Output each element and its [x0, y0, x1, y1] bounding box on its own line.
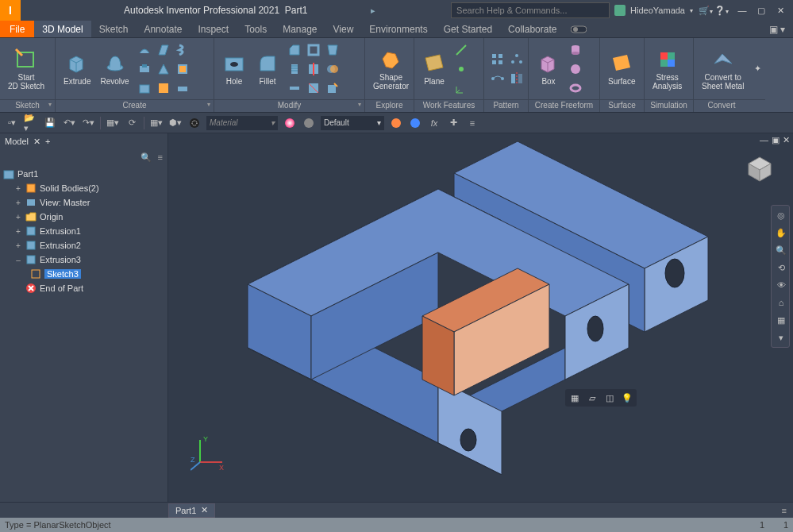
ucs-icon[interactable]	[452, 79, 470, 97]
sweep-icon[interactable]	[136, 41, 153, 59]
point-icon[interactable]	[452, 60, 470, 78]
svg-rect-54	[27, 227, 35, 235]
thread-icon[interactable]	[286, 60, 303, 78]
split-icon[interactable]	[305, 60, 322, 78]
sketch-driven-icon[interactable]	[489, 70, 506, 87]
svg-point-33	[501, 77, 504, 80]
tab-manage[interactable]: Manage	[275, 21, 325, 37]
selection-filter-icon[interactable]: ▦▾	[149, 116, 164, 130]
surface-button[interactable]: Surface	[605, 50, 638, 87]
combine-icon[interactable]	[324, 60, 341, 78]
browser-title: Model	[5, 137, 29, 146]
search-input[interactable]: Search Help & Commands...	[451, 2, 610, 18]
tree-extrusion2[interactable]: + Extrusion2	[0, 238, 167, 253]
tab-3d-model[interactable]: 3D Model	[34, 21, 90, 37]
plane-icon	[422, 52, 446, 75]
svg-rect-43	[660, 52, 668, 60]
derive-icon[interactable]	[136, 79, 153, 97]
rib-icon[interactable]	[155, 60, 172, 78]
doc-tab-part1[interactable]: Part1 ✕	[168, 503, 215, 518]
browser-menu-icon[interactable]: ≡	[158, 152, 163, 162]
primitives-icon[interactable]: ⬢▾	[168, 116, 183, 130]
tree-origin[interactable]: + Origin	[0, 210, 167, 224]
open-icon[interactable]: 📂▾	[24, 116, 38, 130]
hole-button[interactable]: Hole	[219, 50, 249, 87]
direct-edit-icon[interactable]	[324, 79, 341, 97]
tab-annotate[interactable]: Annotate	[136, 21, 190, 37]
browser-add-icon[interactable]: +	[45, 137, 50, 146]
user-menu[interactable]: HideoYamada ▾	[614, 5, 693, 16]
close-button[interactable]: ✕	[772, 4, 788, 17]
extrude-button[interactable]: Extrude	[60, 50, 94, 87]
update-icon[interactable]: ⟳	[125, 116, 139, 130]
tab-get-started[interactable]: Get Started	[436, 21, 500, 37]
axis-icon[interactable]	[452, 41, 470, 59]
minimize-button[interactable]: —	[734, 4, 750, 17]
chamfer-icon[interactable]	[286, 41, 303, 59]
tab-sketch[interactable]: Sketch	[91, 21, 137, 37]
tree-end-of-part[interactable]: End of Part	[0, 281, 167, 295]
filter-edges-icon[interactable]: ▱	[584, 391, 600, 405]
tree-root[interactable]: Part1	[0, 167, 167, 181]
plane-button[interactable]: Plane	[419, 50, 449, 87]
tab-environments[interactable]: Environments	[361, 21, 435, 37]
select-icon[interactable]: ▦▾	[106, 116, 120, 130]
thicken-icon[interactable]	[286, 79, 303, 97]
start-2d-sketch-button[interactable]: Start 2D Sketch	[5, 46, 48, 92]
part-icon	[3, 168, 14, 179]
browser-close-icon[interactable]: ✕	[33, 137, 40, 147]
draft-icon[interactable]	[324, 41, 341, 59]
maximize-button[interactable]: ▢	[753, 4, 769, 17]
tab-view[interactable]: View	[325, 21, 362, 37]
file-tab[interactable]: File	[0, 21, 34, 37]
pattern-tools	[489, 51, 525, 87]
coil-icon[interactable]	[174, 41, 191, 59]
mirror-icon[interactable]	[508, 70, 525, 87]
tab-tools[interactable]: Tools	[237, 21, 275, 37]
tree-view-master[interactable]: + View: Master	[0, 195, 167, 210]
decal-icon[interactable]	[174, 60, 191, 78]
stress-analysis-button[interactable]: Stress Analysis	[649, 46, 685, 92]
filter-faces-icon[interactable]: ◫	[602, 391, 618, 405]
redo-icon[interactable]: ↷▾	[81, 116, 95, 130]
tree-solid-bodies[interactable]: + Solid Bodies(2)	[0, 181, 167, 195]
tree-extrusion3[interactable]: – Extrusion3	[0, 253, 167, 267]
box-button[interactable]: Box	[533, 50, 564, 87]
undo-icon[interactable]: ↶▾	[62, 116, 76, 130]
filter-priority-icon[interactable]: ▦	[567, 391, 583, 405]
svg-rect-34	[511, 74, 515, 83]
tab-inspect[interactable]: Inspect	[190, 21, 237, 37]
browser-search-icon[interactable]: 🔍	[141, 152, 152, 163]
freeform-sphere-icon[interactable]	[567, 60, 584, 78]
import-icon[interactable]	[155, 79, 172, 97]
tab-addin-icon[interactable]	[569, 21, 588, 37]
rect-pattern-icon[interactable]	[489, 51, 506, 68]
cart-icon[interactable]: 🛒▾	[698, 6, 714, 16]
shell-icon[interactable]	[305, 41, 322, 59]
doc-tab-menu-icon[interactable]: ≡	[782, 506, 787, 515]
tab-overflow[interactable]: ▣ ▾	[761, 21, 793, 37]
delete-face-icon[interactable]	[305, 79, 322, 97]
ribbon-overflow-icon[interactable]: ✦	[754, 60, 761, 78]
tree-extrusion1[interactable]: + Extrusion1	[0, 224, 167, 238]
tree-sketch3[interactable]: Sketch3	[0, 267, 167, 281]
svg-point-39	[572, 52, 579, 55]
fillet-button[interactable]: Fillet	[252, 50, 283, 87]
emboss-icon[interactable]	[136, 60, 153, 78]
help-icon[interactable]: ❔▾	[714, 6, 729, 16]
unwrap-icon[interactable]	[174, 79, 191, 97]
revolve-button[interactable]: Revolve	[97, 50, 132, 87]
viewport[interactable]: — ▣ ✕ ◎ ✋ 🔍 ⟲ 👁 ⌂ ▦ ▾	[168, 133, 793, 502]
loft-icon[interactable]	[155, 41, 172, 59]
convert-sheet-metal-button[interactable]: Convert to Sheet Metal	[699, 46, 747, 92]
doc-tab-close-icon[interactable]: ✕	[201, 505, 208, 515]
save-icon[interactable]: 💾	[43, 116, 57, 130]
freeform-cyl-icon[interactable]	[567, 41, 584, 59]
circ-pattern-icon[interactable]	[508, 51, 525, 68]
shape-generator-button[interactable]: Shape Generator	[370, 46, 412, 92]
new-icon[interactable]: ▫▾	[5, 116, 19, 130]
filter-help-icon[interactable]: 💡	[619, 391, 635, 405]
tab-collaborate[interactable]: Collaborate	[500, 21, 564, 37]
freeform-torus-icon[interactable]	[567, 79, 584, 97]
svg-rect-10	[178, 87, 187, 91]
